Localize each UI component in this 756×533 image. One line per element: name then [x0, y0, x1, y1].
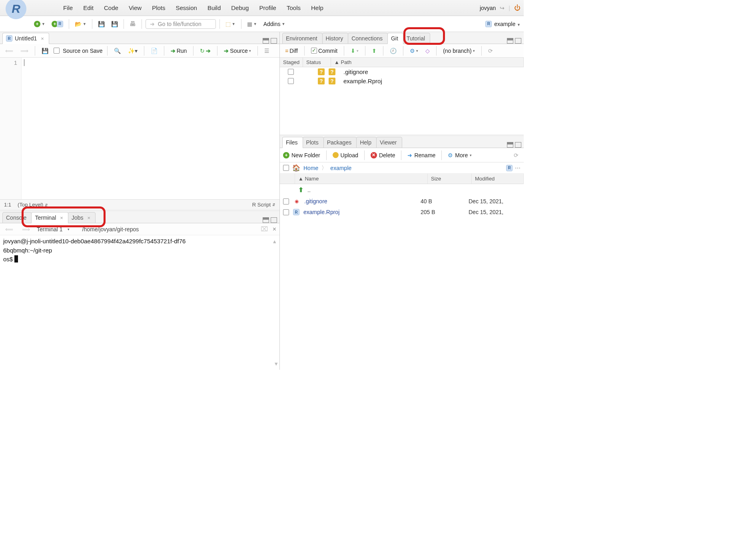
- file-checkbox[interactable]: [283, 198, 289, 204]
- tab-help[interactable]: Help: [356, 137, 377, 148]
- tab-history[interactable]: History: [322, 33, 349, 44]
- diff-button[interactable]: ≡ Diff: [283, 46, 300, 55]
- find-button[interactable]: 🔍: [112, 46, 123, 55]
- menu-debug[interactable]: Debug: [231, 4, 249, 11]
- tab-tutorial[interactable]: Tutorial: [403, 33, 430, 44]
- tab-git[interactable]: Git: [387, 33, 403, 44]
- language-selector[interactable]: R Script: [252, 202, 271, 208]
- new-project-button[interactable]: +R: [50, 20, 65, 28]
- new-branch-button[interactable]: ◇: [423, 46, 432, 55]
- tab-packages[interactable]: Packages: [323, 137, 357, 148]
- close-tab-icon[interactable]: ×: [87, 215, 90, 221]
- commit-button[interactable]: Commit: [309, 46, 339, 55]
- crumb-example[interactable]: example: [330, 165, 351, 171]
- col-staged[interactable]: Staged: [280, 58, 303, 67]
- close-terminal-icon[interactable]: ×: [273, 226, 276, 233]
- project-icon[interactable]: R: [506, 165, 513, 171]
- terminal-name[interactable]: Terminal 1: [37, 226, 63, 232]
- git-row[interactable]: ? ? example.Rproj: [280, 76, 524, 86]
- term-back[interactable]: ⟸: [3, 225, 15, 234]
- power-icon[interactable]: ⏻: [514, 4, 521, 12]
- save-all-button[interactable]: 💾: [109, 20, 120, 28]
- delete-button[interactable]: ✕Delete: [371, 152, 395, 158]
- file-row[interactable]: R example.Rproj 205 B Dec 15, 2021,: [280, 207, 524, 217]
- refresh-files-button[interactable]: ⟳: [512, 151, 521, 160]
- col-status[interactable]: Status: [303, 58, 331, 67]
- select-all-checkbox[interactable]: [283, 165, 289, 171]
- file-name[interactable]: example.Rproj: [303, 209, 417, 215]
- source-on-save-checkbox[interactable]: [54, 48, 60, 54]
- grid-button[interactable]: ⬚▼: [223, 20, 237, 28]
- menu-tools[interactable]: Tools: [287, 4, 301, 11]
- stage-checkbox[interactable]: [288, 69, 294, 75]
- tab-console[interactable]: Console: [2, 212, 32, 223]
- back-button[interactable]: ⟸: [3, 46, 15, 55]
- file-name[interactable]: .gitignore: [304, 198, 417, 204]
- notebook-button[interactable]: 📄: [149, 46, 160, 55]
- refresh-button[interactable]: ⟳: [486, 46, 495, 55]
- new-file-button[interactable]: +▼: [32, 20, 47, 28]
- upload-button[interactable]: Upload: [333, 152, 358, 158]
- more-icon[interactable]: ⋯: [515, 165, 521, 171]
- minimize-icon[interactable]: [507, 142, 513, 148]
- branch-selector[interactable]: (no branch) ▾: [441, 46, 477, 55]
- menu-code[interactable]: Code: [104, 4, 118, 11]
- menu-file[interactable]: File: [63, 4, 73, 11]
- panes-button[interactable]: ▦▼: [245, 20, 259, 28]
- pull-button[interactable]: ⬇ ▾: [349, 46, 361, 55]
- tab-terminal[interactable]: Terminal×: [31, 212, 68, 223]
- crumb-home[interactable]: Home: [303, 165, 318, 171]
- tab-connections[interactable]: Connections: [348, 33, 388, 44]
- open-file-button[interactable]: 📂▼: [73, 20, 88, 28]
- source-button[interactable]: ➔ Source ▾: [222, 46, 253, 55]
- run-button[interactable]: ➔ Run: [169, 46, 189, 55]
- home-icon[interactable]: 🏠: [292, 164, 300, 172]
- maximize-icon[interactable]: [271, 38, 277, 44]
- new-folder-button[interactable]: +New Folder: [283, 152, 320, 158]
- menu-session[interactable]: Session: [176, 4, 197, 11]
- stage-checkbox[interactable]: [288, 78, 294, 84]
- push-button[interactable]: ⬆: [370, 46, 379, 55]
- save-source-button[interactable]: 💾: [40, 46, 50, 55]
- col-size[interactable]: Size: [428, 174, 472, 184]
- tab-environment[interactable]: Environment: [282, 33, 323, 44]
- minimize-icon[interactable]: [263, 217, 269, 223]
- maximize-icon[interactable]: [515, 142, 521, 148]
- menu-plots[interactable]: Plots: [152, 4, 165, 11]
- tab-files[interactable]: Files: [282, 137, 303, 148]
- menu-edit[interactable]: Edit: [83, 4, 94, 11]
- code-area[interactable]: [22, 58, 279, 199]
- col-modified[interactable]: Modified: [472, 174, 524, 184]
- git-more-button[interactable]: ⚙ ▾: [408, 46, 420, 55]
- term-forward[interactable]: ⟹: [20, 225, 32, 234]
- col-path[interactable]: ▲ Path: [331, 58, 524, 67]
- maximize-icon[interactable]: [271, 217, 277, 223]
- more-button[interactable]: ⚙More ▾: [448, 152, 472, 158]
- outline-button[interactable]: ☰: [262, 46, 271, 55]
- file-row-up[interactable]: ⬆ ..: [280, 184, 524, 196]
- close-tab-icon[interactable]: ×: [41, 36, 44, 42]
- forward-button[interactable]: ⟹: [18, 46, 30, 55]
- editor[interactable]: 1: [0, 58, 279, 199]
- wand-button[interactable]: ✨▾: [126, 46, 140, 55]
- rename-button[interactable]: ➜Rename: [407, 152, 435, 158]
- close-tab-icon[interactable]: ×: [60, 215, 63, 221]
- menu-profile[interactable]: Profile: [259, 4, 276, 11]
- tab-jobs[interactable]: Jobs×: [68, 212, 96, 223]
- maximize-icon[interactable]: [515, 38, 521, 44]
- tab-viewer[interactable]: Viewer: [376, 137, 402, 148]
- sign-out-icon[interactable]: ↪: [500, 5, 505, 11]
- menu-build[interactable]: Build: [207, 4, 221, 11]
- git-row[interactable]: ? ? .gitignore: [280, 67, 524, 76]
- file-checkbox[interactable]: [283, 209, 289, 215]
- source-tab-untitled1[interactable]: R Untitled1 ×: [2, 33, 49, 44]
- print-button[interactable]: 🖶: [128, 19, 138, 29]
- rerun-button[interactable]: ↻➔: [198, 46, 213, 55]
- scope-selector[interactable]: (Top Level): [18, 202, 43, 208]
- minimize-icon[interactable]: [507, 38, 513, 44]
- menu-help[interactable]: Help: [311, 4, 323, 11]
- minimize-icon[interactable]: [263, 38, 269, 44]
- project-menu[interactable]: example ▼: [494, 21, 521, 27]
- menu-view[interactable]: View: [129, 4, 142, 11]
- addins-button[interactable]: Addins ▼: [261, 20, 287, 28]
